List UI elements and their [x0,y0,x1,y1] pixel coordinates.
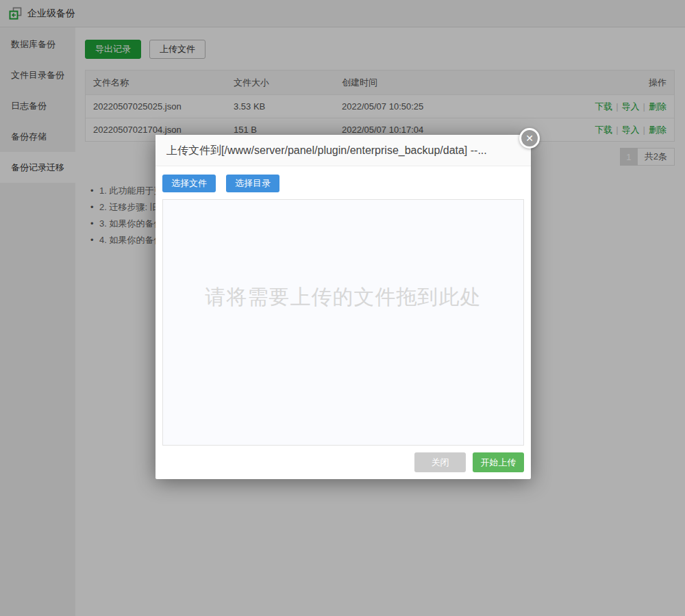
drop-zone-hint: 请将需要上传的文件拖到此处 [163,283,523,311]
screen: 企业级备份 数据库备份 文件目录备份 日志备份 备份存储 备份记录迁移 导出记录… [0,0,685,616]
choose-directory-button[interactable]: 选择目录 [226,175,279,192]
close-icon[interactable]: ✕ [519,128,540,149]
modal-title: 上传文件到[/www/server/panel/plugin/enterpris… [155,135,531,166]
close-button[interactable]: 关闭 [414,452,466,472]
modal-footer: 关闭 开始上传 [162,452,524,472]
upload-modal: 上传文件到[/www/server/panel/plugin/enterpris… [155,135,531,479]
modal-body: 选择文件 选择目录 请将需要上传的文件拖到此处 关闭 开始上传 [155,166,531,472]
choose-file-button[interactable]: 选择文件 [162,175,216,192]
file-drop-zone[interactable]: 请将需要上传的文件拖到此处 [162,199,524,446]
start-upload-button[interactable]: 开始上传 [473,452,524,472]
choose-buttons-row: 选择文件 选择目录 [162,175,524,192]
